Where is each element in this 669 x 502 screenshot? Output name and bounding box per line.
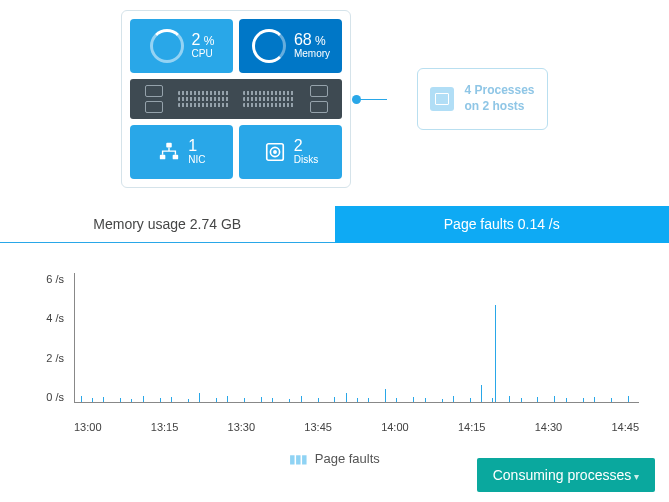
disks-tile[interactable]: 2 Disks	[239, 125, 342, 179]
nic-tile[interactable]: 1 NIC	[130, 125, 233, 179]
svg-point-5	[274, 151, 276, 153]
consuming-processes-button[interactable]: Consuming processes	[477, 458, 655, 492]
processes-line1: 4 Processes	[464, 83, 534, 99]
overview-panel: 2 % CPU 68 % Memory	[0, 0, 669, 188]
nic-value: 1	[188, 138, 205, 154]
bars-icon: ▮▮▮	[289, 452, 307, 466]
svg-rect-0	[167, 143, 173, 148]
memory-label: Memory	[294, 48, 330, 60]
memory-tile[interactable]: 68 % Memory	[239, 19, 342, 73]
cpu-label: CPU	[192, 48, 215, 60]
cpu-tile[interactable]: 2 % CPU	[130, 19, 233, 73]
server-icon	[130, 79, 342, 119]
cpu-value: 2	[192, 31, 201, 48]
processes-card[interactable]: 4 Processes on 2 hosts	[417, 68, 547, 129]
cpu-ring-icon	[150, 29, 184, 63]
memory-ring-icon	[252, 29, 286, 63]
disk-icon	[264, 141, 286, 163]
host-card: 2 % CPU 68 % Memory	[121, 10, 351, 188]
connector-line	[357, 99, 387, 100]
page-faults-chart: 6 /s4 /s2 /s0 /s 13:0013:1513:3013:4514:…	[30, 273, 639, 433]
legend-label: Page faults	[315, 451, 380, 466]
svg-rect-1	[160, 155, 166, 160]
tab-page-faults[interactable]: Page faults 0.14 /s	[335, 206, 670, 243]
x-axis: 13:0013:1513:3013:4514:0014:1514:3014:45	[74, 421, 639, 433]
plot-area	[74, 273, 639, 403]
memory-value: 68	[294, 31, 312, 48]
disks-value: 2	[294, 138, 318, 154]
tabs: Memory usage 2.74 GB Page faults 0.14 /s	[0, 206, 669, 243]
disks-label: Disks	[294, 154, 318, 166]
processes-line2: on 2 hosts	[464, 99, 534, 115]
processes-icon	[430, 87, 454, 111]
svg-rect-2	[173, 155, 179, 160]
nic-label: NIC	[188, 154, 205, 166]
y-axis: 6 /s4 /s2 /s0 /s	[30, 273, 64, 403]
network-icon	[158, 141, 180, 163]
tab-memory-usage[interactable]: Memory usage 2.74 GB	[0, 206, 335, 243]
